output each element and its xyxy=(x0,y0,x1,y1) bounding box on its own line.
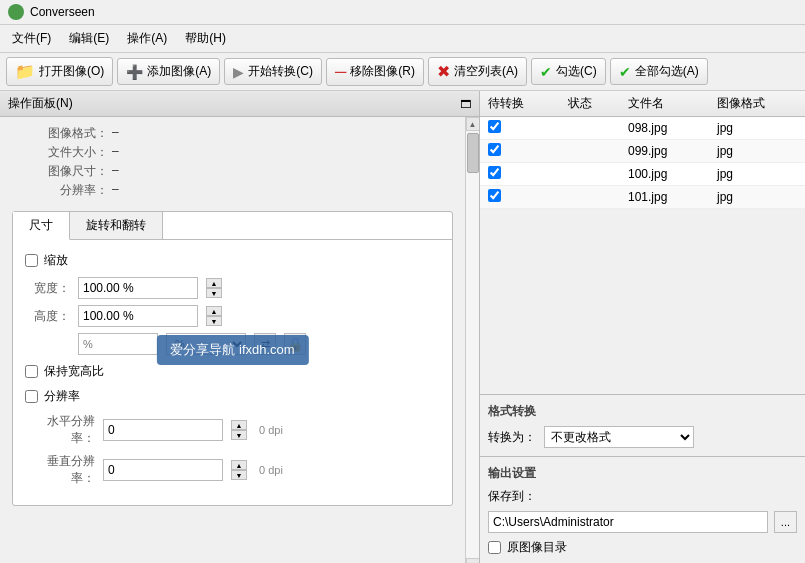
tab-size[interactable]: 尺寸 xyxy=(13,212,70,240)
percent-input[interactable] xyxy=(78,333,158,355)
v-dpi-input[interactable] xyxy=(103,459,223,481)
checkall-label: 全部勾选(A) xyxy=(635,63,699,80)
format-section: 格式转换 转换为： 不更改格式 JPEG PNG BMP GIF TIFF xyxy=(480,395,805,457)
panel-header: 操作面板(N) 🗖 xyxy=(0,91,479,117)
output-title: 输出设置 xyxy=(488,465,797,482)
row0-filename: 098.jpg xyxy=(628,121,717,135)
open-label: 打开图像(O) xyxy=(39,63,104,80)
unit-select[interactable]: % px cm mm xyxy=(166,333,246,355)
resize-row: 缩放 xyxy=(25,252,440,269)
resolution-checkbox[interactable] xyxy=(25,390,38,403)
h-dpi-input[interactable] xyxy=(103,419,223,441)
keepratio-label: 保持宽高比 xyxy=(44,363,104,380)
convert-label: 转换为： xyxy=(488,429,536,446)
tab-rotate[interactable]: 旋转和翻转 xyxy=(70,212,163,239)
info-section: 图像格式： – 文件大小： – 图像尺寸： – 分辨率： – xyxy=(8,125,457,199)
row2-check[interactable] xyxy=(488,166,501,179)
h-dpi-spinner: ▲ ▼ xyxy=(231,420,247,440)
v-dpi-down[interactable]: ▼ xyxy=(231,470,247,480)
table-row: 100.jpg jpg xyxy=(480,163,805,186)
h-dpi-up[interactable]: ▲ xyxy=(231,420,247,430)
save-row: 保存到： xyxy=(488,488,797,505)
col-status: 状态 xyxy=(568,95,628,112)
swap-button[interactable]: ⇄ xyxy=(254,333,276,355)
main-area: 操作面板(N) 🗖 图像格式： – 文件大小： – 图像尺寸： – 分辨率： – xyxy=(0,91,805,563)
checkall-button[interactable]: ✔ 全部勾选(A) xyxy=(610,58,708,85)
row3-check[interactable] xyxy=(488,189,501,202)
menu-file[interactable]: 文件(F) xyxy=(4,27,59,50)
width-up[interactable]: ▲ xyxy=(206,278,222,288)
size-label: 文件大小： xyxy=(48,144,108,161)
height-input[interactable] xyxy=(78,305,198,327)
add-icon: ➕ xyxy=(126,64,143,80)
format-label: 图像格式： xyxy=(48,125,108,142)
height-down[interactable]: ▼ xyxy=(206,316,222,326)
row1-format: jpg xyxy=(717,144,797,158)
scroll-down-arrow[interactable]: ▼ xyxy=(466,558,480,563)
panel-content: 图像格式： – 文件大小： – 图像尺寸： – 分辨率： – 尺寸 旋转和翻转 xyxy=(0,117,465,563)
original-dir-checkbox[interactable] xyxy=(488,541,501,554)
resize-checkbox[interactable] xyxy=(25,254,38,267)
convert-select[interactable]: 不更改格式 JPEG PNG BMP GIF TIFF xyxy=(544,426,694,448)
panel-restore-icon[interactable]: 🗖 xyxy=(460,98,471,110)
height-up[interactable]: ▲ xyxy=(206,306,222,316)
row1-check[interactable] xyxy=(488,143,501,156)
check-label: 勾选(C) xyxy=(556,63,597,80)
resolution-label: 分辨率 xyxy=(44,388,80,405)
app-title: Converseen xyxy=(30,5,95,19)
open-icon: 📁 xyxy=(15,62,35,81)
open-button[interactable]: 📁 打开图像(O) xyxy=(6,57,113,86)
tab-size-content: 缩放 宽度： ▲ ▼ 高度： xyxy=(13,240,452,505)
row0-format: jpg xyxy=(717,121,797,135)
path-row: ... xyxy=(488,511,797,533)
width-label: 宽度： xyxy=(25,280,70,297)
scroll-track xyxy=(466,131,479,558)
size-value: – xyxy=(112,144,417,161)
width-down[interactable]: ▼ xyxy=(206,288,222,298)
res-value: – xyxy=(112,182,417,199)
h-dpi-row: 水平分辨率： ▲ ▼ 0 dpi xyxy=(25,413,440,447)
clear-button[interactable]: ✖ 清空列表(A) xyxy=(428,57,527,86)
col-filename: 文件名 xyxy=(628,95,717,112)
format-value: – xyxy=(112,125,417,142)
row0-check[interactable] xyxy=(488,120,501,133)
left-scrollbar[interactable]: ▲ ▼ xyxy=(465,117,479,563)
width-input[interactable] xyxy=(78,277,198,299)
keepratio-checkbox[interactable] xyxy=(25,365,38,378)
v-dpi-spinner: ▲ ▼ xyxy=(231,460,247,480)
v-dpi-value: 0 dpi xyxy=(259,464,283,476)
col-pending: 待转换 xyxy=(488,95,568,112)
output-section: 输出设置 保存到： ... 原图像目录 xyxy=(480,457,805,563)
menu-help[interactable]: 帮助(H) xyxy=(177,27,234,50)
clear-label: 清空列表(A) xyxy=(454,63,518,80)
height-spinner: ▲ ▼ xyxy=(206,306,222,326)
lock-button[interactable]: 🔒 xyxy=(284,333,306,355)
dim-label: 图像尺寸： xyxy=(48,163,108,180)
menu-action[interactable]: 操作(A) xyxy=(119,27,175,50)
app-icon xyxy=(8,4,24,20)
check-button[interactable]: ✔ 勾选(C) xyxy=(531,58,606,85)
resize-label: 缩放 xyxy=(44,252,68,269)
table-row: 098.jpg jpg xyxy=(480,117,805,140)
checkall-icon: ✔ xyxy=(619,64,631,80)
row3-format: jpg xyxy=(717,190,797,204)
file-table: 待转换 状态 文件名 图像格式 098.jpg jpg 099.jpg jpg xyxy=(480,91,805,395)
start-button[interactable]: ▶ 开始转换(C) xyxy=(224,58,322,85)
remove-button[interactable]: ─ 移除图像(R) xyxy=(326,58,424,86)
scroll-up-arrow[interactable]: ▲ xyxy=(466,117,480,131)
menu-edit[interactable]: 编辑(E) xyxy=(61,27,117,50)
add-button[interactable]: ➕ 添加图像(A) xyxy=(117,58,220,85)
left-panel: 操作面板(N) 🗖 图像格式： – 文件大小： – 图像尺寸： – 分辨率： – xyxy=(0,91,480,563)
original-dir-row: 原图像目录 xyxy=(488,539,797,556)
unit-row: % px cm mm ⇄ 🔒 xyxy=(78,333,440,355)
scroll-thumb[interactable] xyxy=(467,133,479,173)
dim-value: – xyxy=(112,163,417,180)
start-label: 开始转换(C) xyxy=(248,63,313,80)
menu-bar: 文件(F) 编辑(E) 操作(A) 帮助(H) xyxy=(0,25,805,53)
format-title: 格式转换 xyxy=(488,403,797,420)
v-dpi-up[interactable]: ▲ xyxy=(231,460,247,470)
path-input[interactable] xyxy=(488,511,768,533)
browse-button[interactable]: ... xyxy=(774,511,797,533)
h-dpi-down[interactable]: ▼ xyxy=(231,430,247,440)
tabs-container: 尺寸 旋转和翻转 缩放 宽度： xyxy=(12,211,453,506)
